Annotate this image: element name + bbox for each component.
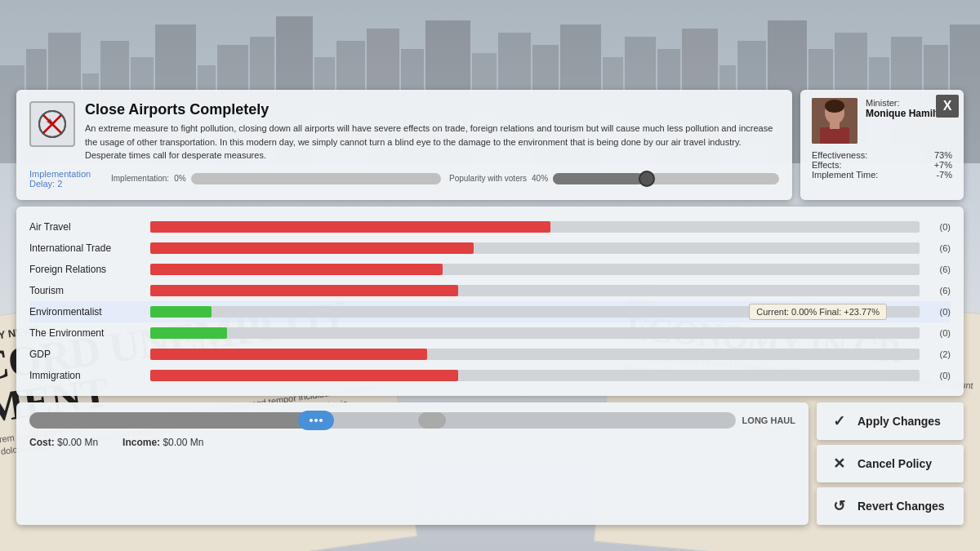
popularity-label: Popularity with voters	[449, 174, 527, 183]
slider-end-label: LONG HAUL	[742, 415, 795, 425]
effect-name: The Environment	[29, 327, 144, 339]
effects-value: +7%	[934, 160, 952, 170]
effect-row: GDP(2)	[29, 344, 951, 365]
apply-changes-label: Apply Changes	[858, 415, 941, 428]
effect-bar	[150, 370, 458, 381]
effect-bar	[150, 242, 474, 254]
effect-row: Tourism(6)	[29, 280, 951, 301]
income-label: Income:	[122, 437, 160, 448]
cancel-policy-label: Cancel Policy	[858, 457, 932, 470]
effect-name: Environmentalist	[29, 306, 144, 318]
effect-bar-container	[150, 264, 920, 275]
policy-slider-row: LONG HAUL	[29, 412, 795, 429]
effect-name: Foreign Relations	[29, 264, 144, 275]
popularity-pct: 40%	[532, 174, 548, 183]
effects-card: Air Travel(0)International Trade(6)Forei…	[16, 207, 964, 396]
revert-changes-label: Revert Changes	[858, 500, 945, 513]
effect-name: International Trade	[29, 242, 144, 254]
effect-row: International Trade(6)	[29, 238, 951, 259]
implementation-pct: 0%	[174, 174, 185, 183]
policy-card: Close Airports Completely An extreme mea…	[16, 90, 792, 200]
action-buttons: ✓ Apply Changes ✕ Cancel Policy ↺ Revert…	[817, 402, 964, 525]
minister-card: Minister: Monique Hamilton X Effectivene…	[800, 90, 964, 200]
effect-row: Foreign Relations(6)	[29, 259, 951, 280]
cost-label: Cost:	[29, 437, 55, 448]
effect-bar-container	[150, 242, 920, 254]
effect-name: Immigration	[29, 370, 144, 381]
cancel-policy-button[interactable]: ✕ Cancel Policy	[817, 445, 964, 482]
impl-delay-label: Implementation Delay: 2	[29, 169, 103, 189]
effect-value: (0)	[926, 371, 951, 380]
effect-row: The Environment(0)	[29, 322, 951, 344]
effectiveness-label: Effectiveness:	[812, 150, 867, 160]
implementation-label: Implementation:	[111, 174, 169, 183]
effect-tooltip: Current: 0.00% Final: +23.77%	[749, 304, 887, 320]
effect-value: (0)	[926, 307, 951, 317]
svg-point-40	[825, 100, 844, 113]
minister-header: Minister: Monique Hamilton X	[812, 98, 952, 144]
policy-description: An extreme measure to fight pollution, c…	[85, 122, 779, 162]
popularity-slider[interactable]	[553, 173, 779, 184]
content-area: Close Airports Completely An extreme mea…	[0, 0, 980, 551]
effect-bar	[150, 327, 227, 339]
income-value: $0.00 Mn	[163, 437, 203, 448]
bottom-row: LONG HAUL Cost: $0.00 Mn Income: $0.00 M…	[16, 402, 964, 525]
effect-bar-container	[150, 327, 920, 339]
cost-row: Cost: $0.00 Mn Income: $0.00 Mn	[29, 437, 795, 448]
effect-bar-container	[150, 370, 920, 381]
effect-row: Air Travel(0)	[29, 216, 951, 238]
effect-value: (6)	[926, 264, 951, 274]
effect-bar-container: Current: 0.00% Final: +23.77%	[150, 306, 920, 318]
revert-changes-button[interactable]: ↺ Revert Changes	[817, 487, 964, 525]
effect-name: Air Travel	[29, 221, 144, 233]
policy-header: Close Airports Completely An extreme mea…	[29, 101, 779, 162]
effect-bar-container	[150, 349, 920, 360]
effect-value: (0)	[926, 328, 951, 338]
effect-value: (2)	[926, 349, 951, 359]
main-slider-track[interactable]	[29, 412, 736, 429]
effect-bar	[150, 349, 427, 360]
effect-bar-container	[150, 285, 920, 296]
main-slider-secondary-thumb[interactable]	[418, 412, 446, 429]
main-slider-thumb[interactable]	[298, 411, 334, 430]
effect-name: GDP	[29, 349, 144, 360]
svg-rect-41	[820, 127, 849, 144]
top-row: Close Airports Completely An extreme mea…	[16, 90, 964, 200]
revert-icon: ↺	[828, 495, 849, 517]
effect-bar	[150, 221, 550, 233]
effect-value: (0)	[926, 222, 951, 232]
controls-card: LONG HAUL Cost: $0.00 Mn Income: $0.00 M…	[16, 402, 808, 525]
x-icon: ✕	[828, 453, 849, 474]
implementation-slider[interactable]	[191, 173, 441, 184]
effect-value: (6)	[926, 286, 951, 295]
svg-rect-42	[830, 122, 840, 129]
minister-stats: Effectiveness: 73% Effects: +7% Implemen…	[812, 150, 952, 180]
effect-bar	[150, 264, 443, 275]
cost-value: $0.00 Mn	[57, 437, 98, 448]
effect-value: (6)	[926, 243, 951, 253]
effect-name: Tourism	[29, 285, 144, 296]
effects-label: Effects:	[812, 160, 841, 170]
policy-icon	[29, 101, 75, 147]
policy-text: Close Airports Completely An extreme mea…	[85, 101, 779, 162]
effect-bar	[150, 285, 458, 296]
check-icon: ✓	[828, 411, 849, 432]
implement-time-label: Implement Time:	[812, 170, 878, 180]
close-button[interactable]: X	[936, 95, 959, 118]
effect-row: EnvironmentalistCurrent: 0.00% Final: +2…	[29, 301, 951, 322]
implement-time-value: -7%	[936, 170, 952, 180]
minister-avatar	[812, 98, 858, 144]
effect-row: Immigration(0)	[29, 365, 951, 386]
effect-bar	[150, 306, 212, 318]
effect-bar-container	[150, 221, 920, 233]
policy-title: Close Airports Completely	[85, 101, 779, 118]
effectiveness-value: 73%	[934, 150, 952, 160]
apply-changes-button[interactable]: ✓ Apply Changes	[817, 402, 964, 440]
